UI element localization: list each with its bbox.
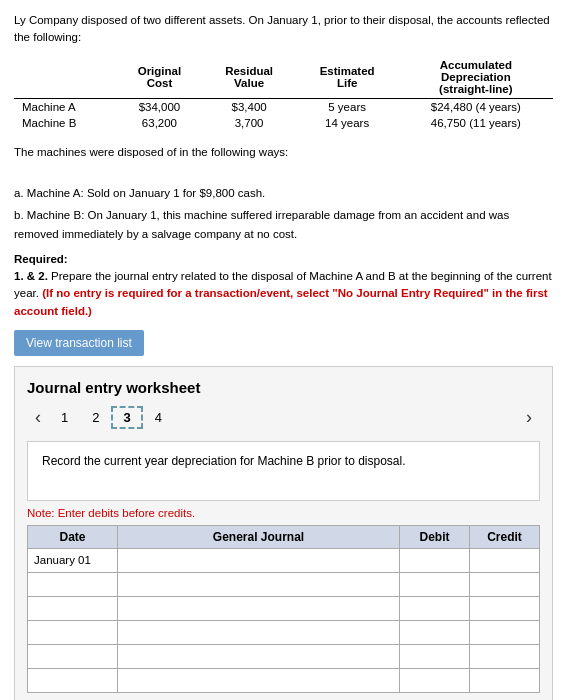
header-debit: Debit bbox=[400, 525, 470, 548]
tab-4[interactable]: 4 bbox=[143, 406, 174, 429]
table-row bbox=[28, 620, 540, 644]
date-cell-1: January 01 bbox=[28, 548, 118, 572]
credit-input-cell-1[interactable] bbox=[470, 548, 540, 572]
credit-input-3[interactable] bbox=[470, 597, 539, 620]
journal-input-cell-1[interactable] bbox=[118, 548, 400, 572]
debit-input-cell-1[interactable] bbox=[400, 548, 470, 572]
tab-1[interactable]: 1 bbox=[49, 406, 80, 429]
journal-input-1[interactable] bbox=[118, 549, 399, 572]
intro-paragraph: Ly Company disposed of two different ass… bbox=[14, 12, 553, 47]
asset-table: OriginalCost ResidualValue EstimatedLife… bbox=[14, 57, 553, 132]
credit-input-cell-3[interactable] bbox=[470, 596, 540, 620]
date-cell-4 bbox=[28, 620, 118, 644]
debit-input-cell-5[interactable] bbox=[400, 644, 470, 668]
journal-input-cell-6[interactable] bbox=[118, 668, 400, 692]
debit-input-3[interactable] bbox=[400, 597, 469, 620]
credit-input-4[interactable] bbox=[470, 621, 539, 644]
header-journal: General Journal bbox=[118, 525, 400, 548]
debit-input-2[interactable] bbox=[400, 573, 469, 596]
date-cell-2 bbox=[28, 572, 118, 596]
debit-input-cell-3[interactable] bbox=[400, 596, 470, 620]
header-credit: Credit bbox=[470, 525, 540, 548]
tab-next-arrow[interactable]: › bbox=[518, 407, 540, 428]
tab-prev-arrow[interactable]: ‹ bbox=[27, 407, 49, 428]
debit-input-4[interactable] bbox=[400, 621, 469, 644]
table-row: January 01 bbox=[28, 548, 540, 572]
required-section: Required: 1. & 2. Prepare the journal en… bbox=[14, 251, 553, 320]
worksheet-container: Journal entry worksheet ‹ 1 2 3 4 › Reco… bbox=[14, 366, 553, 700]
debit-input-1[interactable] bbox=[400, 549, 469, 572]
disposal-section: The machines were disposed of in the fol… bbox=[14, 143, 553, 243]
credit-input-2[interactable] bbox=[470, 573, 539, 596]
table-row: Machine B 63,200 3,700 14 years 46,750 (… bbox=[14, 115, 553, 131]
header-date: Date bbox=[28, 525, 118, 548]
credit-input-cell-6[interactable] bbox=[470, 668, 540, 692]
instruction-box: Record the current year depreciation for… bbox=[27, 441, 540, 501]
table-row bbox=[28, 596, 540, 620]
journal-input-2[interactable] bbox=[118, 573, 399, 596]
date-cell-3 bbox=[28, 596, 118, 620]
date-cell-5 bbox=[28, 644, 118, 668]
table-row bbox=[28, 668, 540, 692]
table-row: Machine A $34,000 $3,400 5 years $24,480… bbox=[14, 99, 553, 116]
credit-input-6[interactable] bbox=[470, 669, 539, 692]
debit-input-cell-6[interactable] bbox=[400, 668, 470, 692]
worksheet-title: Journal entry worksheet bbox=[27, 379, 540, 396]
journal-input-cell-4[interactable] bbox=[118, 620, 400, 644]
debit-input-5[interactable] bbox=[400, 645, 469, 668]
view-transaction-button[interactable]: View transaction list bbox=[14, 330, 144, 356]
credit-input-cell-2[interactable] bbox=[470, 572, 540, 596]
credit-input-cell-5[interactable] bbox=[470, 644, 540, 668]
table-row bbox=[28, 572, 540, 596]
journal-input-cell-2[interactable] bbox=[118, 572, 400, 596]
journal-input-cell-5[interactable] bbox=[118, 644, 400, 668]
note-text: Note: Enter debits before credits. bbox=[27, 507, 540, 519]
journal-input-3[interactable] bbox=[118, 597, 399, 620]
journal-table: Date General Journal Debit Credit Januar… bbox=[27, 525, 540, 693]
debit-input-cell-4[interactable] bbox=[400, 620, 470, 644]
journal-input-4[interactable] bbox=[118, 621, 399, 644]
debit-input-cell-2[interactable] bbox=[400, 572, 470, 596]
journal-input-6[interactable] bbox=[118, 669, 399, 692]
journal-input-5[interactable] bbox=[118, 645, 399, 668]
tab-3[interactable]: 3 bbox=[111, 406, 142, 429]
journal-input-cell-3[interactable] bbox=[118, 596, 400, 620]
tab-2[interactable]: 2 bbox=[80, 406, 111, 429]
credit-input-1[interactable] bbox=[470, 549, 539, 572]
debit-input-6[interactable] bbox=[400, 669, 469, 692]
tab-nav: ‹ 1 2 3 4 › bbox=[27, 406, 540, 429]
credit-input-5[interactable] bbox=[470, 645, 539, 668]
credit-input-cell-4[interactable] bbox=[470, 620, 540, 644]
table-row bbox=[28, 644, 540, 668]
date-cell-6 bbox=[28, 668, 118, 692]
